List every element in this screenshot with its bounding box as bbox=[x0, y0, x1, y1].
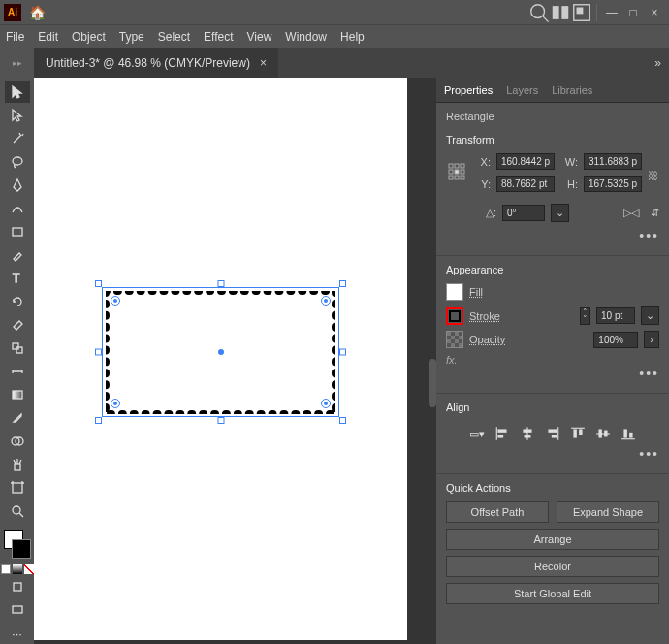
stroke-color-swatch[interactable] bbox=[446, 307, 463, 325]
edit-toolbar-icon[interactable]: ··· bbox=[5, 623, 30, 644]
svg-rect-5 bbox=[577, 7, 584, 14]
document-tab[interactable]: Untitled-3* @ 46.98 % (CMYK/Preview) × bbox=[34, 48, 278, 78]
search-icon[interactable] bbox=[528, 4, 550, 21]
color-mode-solid[interactable] bbox=[1, 564, 11, 574]
handle-icon[interactable] bbox=[217, 280, 224, 287]
menu-edit[interactable]: Edit bbox=[38, 30, 58, 44]
handle-icon[interactable] bbox=[339, 349, 346, 356]
gradient-tool[interactable] bbox=[5, 384, 30, 405]
draw-mode-icon[interactable] bbox=[5, 576, 30, 597]
artboard-tool[interactable] bbox=[5, 477, 30, 499]
close-button[interactable]: × bbox=[644, 4, 665, 21]
scrollbar-thumb[interactable] bbox=[429, 359, 436, 407]
color-mode-gradient[interactable] bbox=[13, 564, 22, 574]
toolbar-collapse-icon[interactable]: ▸▸ bbox=[0, 48, 34, 78]
home-icon[interactable]: 🏠 bbox=[29, 5, 46, 20]
handle-icon[interactable] bbox=[339, 417, 346, 424]
fill-stroke-swatch[interactable] bbox=[4, 530, 31, 559]
symbol-sprayer-tool[interactable] bbox=[5, 454, 30, 475]
more-options-icon[interactable]: ••• bbox=[446, 228, 659, 247]
direct-selection-tool[interactable] bbox=[5, 105, 30, 126]
workspace-icon[interactable] bbox=[571, 4, 592, 21]
eyedropper-tool[interactable] bbox=[5, 407, 30, 429]
recolor-button[interactable]: Recolor bbox=[446, 556, 659, 577]
artboard[interactable] bbox=[34, 78, 407, 640]
more-options-icon[interactable]: ••• bbox=[446, 366, 659, 385]
stroke-weight-stepper-icon[interactable]: ˄˅ bbox=[580, 307, 590, 325]
y-input[interactable] bbox=[496, 176, 555, 192]
opacity-expand-icon[interactable]: › bbox=[644, 331, 659, 348]
menu-select[interactable]: Select bbox=[158, 30, 190, 44]
rotate-tool[interactable] bbox=[5, 291, 30, 312]
tab-properties[interactable]: Properties bbox=[444, 84, 493, 96]
type-tool[interactable]: T bbox=[5, 268, 30, 289]
selected-rectangle[interactable] bbox=[102, 287, 339, 417]
handle-icon[interactable] bbox=[95, 280, 102, 287]
fill-color-swatch[interactable] bbox=[446, 283, 463, 301]
align-left-icon[interactable] bbox=[494, 427, 510, 440]
menu-view[interactable]: View bbox=[247, 30, 272, 44]
x-input[interactable] bbox=[496, 153, 555, 170]
align-hcenter-icon[interactable] bbox=[520, 427, 535, 440]
stroke-weight-input[interactable] bbox=[596, 307, 635, 324]
menu-window[interactable]: Window bbox=[285, 30, 327, 44]
color-mode-none[interactable] bbox=[24, 564, 34, 574]
handle-icon[interactable] bbox=[217, 417, 224, 424]
handle-icon[interactable] bbox=[95, 349, 102, 356]
width-tool[interactable] bbox=[5, 361, 30, 382]
arrange-docs-icon[interactable] bbox=[550, 4, 571, 21]
arrange-button[interactable]: Arrange bbox=[446, 529, 659, 550]
screen-mode-icon[interactable] bbox=[5, 599, 30, 621]
flip-horizontal-icon[interactable]: ▷◁ bbox=[623, 207, 639, 219]
link-wh-icon[interactable]: ⛓ bbox=[648, 170, 658, 181]
reference-point-icon[interactable] bbox=[446, 161, 467, 190]
angle-dropdown-icon[interactable]: ⌄ bbox=[551, 204, 569, 222]
selection-tool[interactable] bbox=[5, 81, 30, 103]
panel-expand-icon[interactable]: » bbox=[647, 48, 669, 78]
menu-type[interactable]: Type bbox=[119, 30, 144, 44]
tab-close-icon[interactable]: × bbox=[260, 56, 267, 70]
angle-input[interactable]: 0° bbox=[502, 205, 545, 221]
menu-object[interactable]: Object bbox=[72, 30, 106, 44]
handle-icon[interactable] bbox=[339, 280, 346, 287]
quick-actions-heading: Quick Actions bbox=[446, 482, 659, 494]
align-top-icon[interactable] bbox=[570, 427, 586, 440]
align-bottom-icon[interactable] bbox=[621, 427, 636, 440]
lasso-tool[interactable] bbox=[5, 151, 30, 173]
w-input[interactable] bbox=[584, 153, 642, 170]
eraser-tool[interactable] bbox=[5, 314, 30, 336]
curvature-tool[interactable] bbox=[5, 198, 30, 219]
flip-vertical-icon[interactable]: ⇵ bbox=[651, 207, 659, 219]
menu-file[interactable]: File bbox=[6, 30, 24, 44]
shape-builder-tool[interactable] bbox=[5, 431, 30, 452]
stroke-swatch[interactable] bbox=[12, 539, 31, 559]
more-options-icon[interactable]: ••• bbox=[446, 446, 659, 466]
menu-help[interactable]: Help bbox=[340, 30, 365, 44]
opacity-input[interactable] bbox=[593, 332, 638, 348]
svg-rect-21 bbox=[449, 164, 453, 168]
pen-tool[interactable] bbox=[5, 175, 30, 196]
align-vcenter-icon[interactable] bbox=[595, 427, 611, 440]
offset-path-button[interactable]: Offset Path bbox=[446, 501, 549, 523]
start-global-edit-button[interactable]: Start Global Edit bbox=[446, 583, 659, 604]
h-input[interactable] bbox=[584, 176, 642, 192]
minimize-button[interactable]: — bbox=[601, 4, 622, 21]
menu-effect[interactable]: Effect bbox=[204, 30, 233, 44]
svg-rect-25 bbox=[455, 170, 459, 174]
maximize-button[interactable]: □ bbox=[622, 4, 644, 21]
handle-icon[interactable] bbox=[95, 417, 102, 424]
stroke-weight-dropdown-icon[interactable]: ⌄ bbox=[641, 306, 659, 325]
align-right-icon[interactable] bbox=[545, 427, 560, 440]
rectangle-tool[interactable] bbox=[5, 221, 30, 242]
scale-tool[interactable] bbox=[5, 338, 30, 359]
canvas-area[interactable] bbox=[34, 78, 436, 644]
align-to-dropdown[interactable]: ▭▾ bbox=[469, 427, 485, 440]
zoom-tool[interactable] bbox=[5, 500, 30, 522]
expand-shape-button[interactable]: Expand Shape bbox=[557, 501, 659, 523]
opacity-swatch-icon[interactable] bbox=[446, 331, 463, 348]
tab-layers[interactable]: Layers bbox=[506, 84, 538, 96]
magic-wand-tool[interactable] bbox=[5, 128, 30, 149]
tab-libraries[interactable]: Libraries bbox=[552, 84, 592, 96]
paintbrush-tool[interactable] bbox=[5, 244, 30, 266]
fx-button[interactable]: fx. bbox=[446, 354, 659, 366]
